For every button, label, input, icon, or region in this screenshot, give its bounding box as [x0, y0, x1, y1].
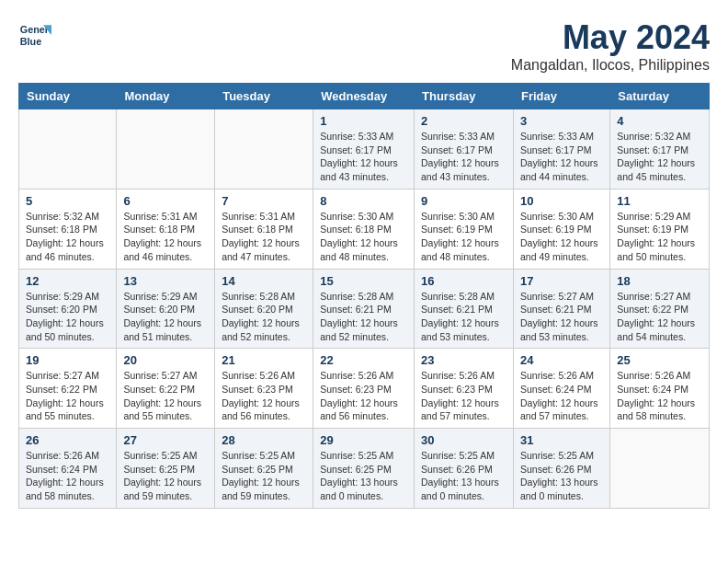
- weekday-header-saturday: Saturday: [610, 84, 710, 109]
- calendar-cell: 1Sunrise: 5:33 AM Sunset: 6:17 PM Daylig…: [313, 109, 415, 190]
- day-info: Sunrise: 5:25 AM Sunset: 6:26 PM Dayligh…: [421, 449, 506, 503]
- day-info: Sunrise: 5:31 AM Sunset: 6:18 PM Dayligh…: [222, 210, 306, 264]
- calendar-cell: [610, 429, 710, 509]
- weekday-header-wednesday: Wednesday: [313, 84, 415, 109]
- day-info: Sunrise: 5:33 AM Sunset: 6:17 PM Dayligh…: [320, 130, 407, 184]
- day-number: 17: [520, 274, 603, 288]
- calendar-cell: 9Sunrise: 5:30 AM Sunset: 6:19 PM Daylig…: [415, 189, 514, 269]
- calendar-cell: 6Sunrise: 5:31 AM Sunset: 6:18 PM Daylig…: [117, 189, 215, 269]
- day-info: Sunrise: 5:26 AM Sunset: 6:24 PM Dayligh…: [26, 449, 109, 503]
- day-info: Sunrise: 5:27 AM Sunset: 6:22 PM Dayligh…: [123, 369, 208, 423]
- day-info: Sunrise: 5:26 AM Sunset: 6:23 PM Dayligh…: [320, 369, 407, 423]
- calendar-cell: 12Sunrise: 5:29 AM Sunset: 6:20 PM Dayli…: [19, 269, 117, 349]
- day-info: Sunrise: 5:30 AM Sunset: 6:19 PM Dayligh…: [421, 210, 506, 264]
- day-number: 2: [421, 114, 506, 128]
- day-info: Sunrise: 5:26 AM Sunset: 6:23 PM Dayligh…: [421, 369, 506, 423]
- day-number: 24: [520, 353, 603, 367]
- day-number: 20: [123, 353, 208, 367]
- day-number: 22: [320, 353, 407, 367]
- logo: General Blue: [18, 18, 51, 52]
- day-number: 3: [520, 114, 603, 128]
- page-header: General Blue May 2024 Mangaldan, Ilocos,…: [18, 18, 710, 74]
- calendar-cell: 15Sunrise: 5:28 AM Sunset: 6:21 PM Dayli…: [313, 269, 415, 349]
- calendar-cell: 10Sunrise: 5:30 AM Sunset: 6:19 PM Dayli…: [513, 189, 609, 269]
- day-number: 16: [421, 274, 506, 288]
- day-info: Sunrise: 5:26 AM Sunset: 6:24 PM Dayligh…: [617, 369, 702, 423]
- calendar-week-4: 19Sunrise: 5:27 AM Sunset: 6:22 PM Dayli…: [19, 349, 710, 429]
- calendar-cell: [19, 109, 117, 190]
- day-info: Sunrise: 5:25 AM Sunset: 6:25 PM Dayligh…: [222, 449, 306, 503]
- day-info: Sunrise: 5:33 AM Sunset: 6:17 PM Dayligh…: [520, 130, 603, 184]
- weekday-header-tuesday: Tuesday: [215, 84, 313, 109]
- day-number: 4: [617, 114, 702, 128]
- calendar-cell: 27Sunrise: 5:25 AM Sunset: 6:25 PM Dayli…: [117, 429, 215, 509]
- calendar-cell: 3Sunrise: 5:33 AM Sunset: 6:17 PM Daylig…: [513, 109, 609, 190]
- day-number: 27: [123, 433, 208, 447]
- calendar-cell: 20Sunrise: 5:27 AM Sunset: 6:22 PM Dayli…: [117, 349, 215, 429]
- day-number: 28: [222, 433, 306, 447]
- day-info: Sunrise: 5:27 AM Sunset: 6:22 PM Dayligh…: [26, 369, 109, 423]
- calendar-cell: 24Sunrise: 5:26 AM Sunset: 6:24 PM Dayli…: [513, 349, 609, 429]
- calendar-cell: [117, 109, 215, 190]
- calendar-cell: 18Sunrise: 5:27 AM Sunset: 6:22 PM Dayli…: [610, 269, 710, 349]
- logo-icon: General Blue: [18, 18, 51, 52]
- calendar-cell: 21Sunrise: 5:26 AM Sunset: 6:23 PM Dayli…: [215, 349, 313, 429]
- day-info: Sunrise: 5:30 AM Sunset: 6:18 PM Dayligh…: [320, 210, 407, 264]
- calendar-cell: 31Sunrise: 5:25 AM Sunset: 6:26 PM Dayli…: [513, 429, 609, 509]
- weekday-header-thursday: Thursday: [415, 84, 514, 109]
- day-info: Sunrise: 5:29 AM Sunset: 6:20 PM Dayligh…: [26, 290, 109, 344]
- calendar-cell: 7Sunrise: 5:31 AM Sunset: 6:18 PM Daylig…: [215, 189, 313, 269]
- day-number: 10: [520, 194, 603, 208]
- day-number: 12: [26, 274, 109, 288]
- day-info: Sunrise: 5:25 AM Sunset: 6:26 PM Dayligh…: [520, 449, 603, 503]
- svg-text:Blue: Blue: [20, 36, 41, 47]
- day-info: Sunrise: 5:27 AM Sunset: 6:21 PM Dayligh…: [520, 290, 603, 344]
- day-info: Sunrise: 5:25 AM Sunset: 6:25 PM Dayligh…: [320, 449, 407, 503]
- month-title: May 2024: [511, 18, 710, 57]
- weekday-header-monday: Monday: [117, 84, 215, 109]
- calendar-week-2: 5Sunrise: 5:32 AM Sunset: 6:18 PM Daylig…: [19, 189, 710, 269]
- day-number: 1: [320, 114, 407, 128]
- day-info: Sunrise: 5:28 AM Sunset: 6:21 PM Dayligh…: [320, 290, 407, 344]
- day-info: Sunrise: 5:28 AM Sunset: 6:20 PM Dayligh…: [222, 290, 306, 344]
- day-number: 6: [123, 194, 208, 208]
- calendar-cell: 13Sunrise: 5:29 AM Sunset: 6:20 PM Dayli…: [117, 269, 215, 349]
- day-info: Sunrise: 5:33 AM Sunset: 6:17 PM Dayligh…: [421, 130, 506, 184]
- weekday-header-row: SundayMondayTuesdayWednesdayThursdayFrid…: [19, 84, 710, 109]
- day-number: 18: [617, 274, 702, 288]
- day-number: 8: [320, 194, 407, 208]
- calendar-week-1: 1Sunrise: 5:33 AM Sunset: 6:17 PM Daylig…: [19, 109, 710, 190]
- calendar-cell: 14Sunrise: 5:28 AM Sunset: 6:20 PM Dayli…: [215, 269, 313, 349]
- day-number: 26: [26, 433, 109, 447]
- title-block: May 2024 Mangaldan, Ilocos, Philippines: [511, 18, 710, 74]
- day-info: Sunrise: 5:25 AM Sunset: 6:25 PM Dayligh…: [123, 449, 208, 503]
- calendar-cell: 26Sunrise: 5:26 AM Sunset: 6:24 PM Dayli…: [19, 429, 117, 509]
- day-info: Sunrise: 5:26 AM Sunset: 6:23 PM Dayligh…: [222, 369, 306, 423]
- calendar-table: SundayMondayTuesdayWednesdayThursdayFrid…: [18, 83, 710, 509]
- day-number: 19: [26, 353, 109, 367]
- calendar-cell: 23Sunrise: 5:26 AM Sunset: 6:23 PM Dayli…: [415, 349, 514, 429]
- day-number: 15: [320, 274, 407, 288]
- day-number: 7: [222, 194, 306, 208]
- day-number: 30: [421, 433, 506, 447]
- day-info: Sunrise: 5:27 AM Sunset: 6:22 PM Dayligh…: [617, 290, 702, 344]
- day-info: Sunrise: 5:31 AM Sunset: 6:18 PM Dayligh…: [123, 210, 208, 264]
- calendar-cell: 29Sunrise: 5:25 AM Sunset: 6:25 PM Dayli…: [313, 429, 415, 509]
- weekday-header-sunday: Sunday: [19, 84, 117, 109]
- day-number: 9: [421, 194, 506, 208]
- day-info: Sunrise: 5:29 AM Sunset: 6:19 PM Dayligh…: [617, 210, 702, 264]
- weekday-header-friday: Friday: [513, 84, 609, 109]
- day-number: 25: [617, 353, 702, 367]
- calendar-cell: 25Sunrise: 5:26 AM Sunset: 6:24 PM Dayli…: [610, 349, 710, 429]
- day-number: 23: [421, 353, 506, 367]
- day-number: 21: [222, 353, 306, 367]
- calendar-week-3: 12Sunrise: 5:29 AM Sunset: 6:20 PM Dayli…: [19, 269, 710, 349]
- calendar-cell: 11Sunrise: 5:29 AM Sunset: 6:19 PM Dayli…: [610, 189, 710, 269]
- location-title: Mangaldan, Ilocos, Philippines: [511, 57, 710, 74]
- day-info: Sunrise: 5:32 AM Sunset: 6:18 PM Dayligh…: [26, 210, 109, 264]
- day-number: 5: [26, 194, 109, 208]
- day-info: Sunrise: 5:26 AM Sunset: 6:24 PM Dayligh…: [520, 369, 603, 423]
- calendar-cell: 28Sunrise: 5:25 AM Sunset: 6:25 PM Dayli…: [215, 429, 313, 509]
- day-number: 11: [617, 194, 702, 208]
- day-number: 14: [222, 274, 306, 288]
